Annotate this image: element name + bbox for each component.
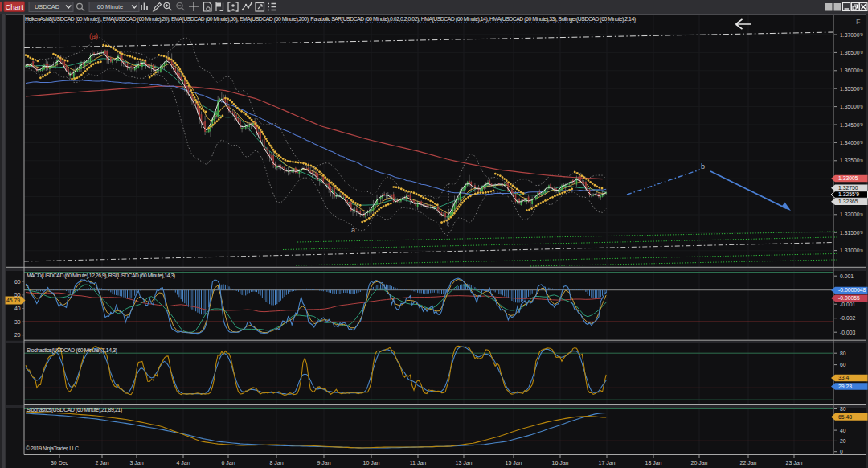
svg-text:1.32000’0: 1.32000’0 bbox=[840, 211, 863, 217]
svg-text:50: 50 bbox=[14, 292, 21, 298]
svg-text:1.31500’0: 1.31500’0 bbox=[840, 230, 863, 236]
svg-text:1.36500’0: 1.36500’0 bbox=[840, 50, 863, 55]
svg-text:11 Jan: 11 Jan bbox=[410, 460, 427, 466]
svg-text:-0.00055: -0.00055 bbox=[838, 295, 860, 301]
svg-text:8 Jan: 8 Jan bbox=[269, 460, 283, 466]
svg-text:-0.003: -0.003 bbox=[840, 330, 855, 335]
svg-text:HeikenAshi8(USDCAD (60 Minute): HeikenAshi8(USDCAD (60 Minute)), EMA(USD… bbox=[25, 16, 636, 23]
svg-text:80: 80 bbox=[840, 351, 846, 356]
svg-text:30: 30 bbox=[14, 319, 21, 325]
svg-text:20: 20 bbox=[14, 332, 21, 338]
svg-text:1.32365: 1.32365 bbox=[838, 199, 858, 204]
svg-text:20: 20 bbox=[840, 438, 846, 444]
svg-text:15 Jan: 15 Jan bbox=[505, 460, 522, 466]
svg-text:1.35500’0: 1.35500’0 bbox=[840, 86, 863, 92]
svg-text:© 2019 NinjaTrader, LLC: © 2019 NinjaTrader, LLC bbox=[26, 445, 79, 452]
svg-text:-0.001: -0.001 bbox=[840, 302, 855, 307]
svg-text:16 Jan: 16 Jan bbox=[551, 460, 568, 466]
svg-text:1.36000’0: 1.36000’0 bbox=[840, 68, 863, 73]
svg-text:F: F bbox=[856, 18, 861, 26]
svg-text:45.79: 45.79 bbox=[6, 298, 20, 303]
svg-text:60: 60 bbox=[840, 362, 846, 367]
svg-text:22 Jan: 22 Jan bbox=[739, 460, 756, 466]
svg-text:60: 60 bbox=[14, 279, 21, 285]
svg-text:20 Jan: 20 Jan bbox=[690, 460, 707, 466]
svg-text:6 Jan: 6 Jan bbox=[221, 460, 235, 466]
svg-text:40: 40 bbox=[840, 428, 846, 433]
svg-text:1.34000’0: 1.34000’0 bbox=[840, 140, 863, 146]
svg-text:2 Jan: 2 Jan bbox=[95, 460, 108, 466]
svg-text:1.3255’9: 1.3255’9 bbox=[838, 191, 859, 197]
svg-text:13 Jan: 13 Jan bbox=[455, 460, 472, 466]
svg-text:1.32750: 1.32750 bbox=[838, 185, 858, 191]
svg-text:40: 40 bbox=[14, 306, 21, 311]
svg-text:23 Jan: 23 Jan bbox=[785, 460, 802, 466]
svg-text:MACD(USDCAD (60 Minute),12,26,: MACD(USDCAD (60 Minute),12,26,9), RSI(US… bbox=[27, 273, 175, 279]
svg-text:9 Jan: 9 Jan bbox=[317, 460, 330, 466]
svg-text:29.23: 29.23 bbox=[838, 384, 852, 389]
svg-text:3 Jan: 3 Jan bbox=[129, 460, 143, 466]
svg-text:b: b bbox=[701, 162, 705, 170]
svg-text:1.31000’0: 1.31000’0 bbox=[840, 248, 863, 253]
svg-text:USDCAD: USDCAD bbox=[35, 3, 59, 10]
svg-text:33.4: 33.4 bbox=[838, 375, 849, 380]
svg-text:30 Dec: 30 Dec bbox=[51, 460, 69, 466]
svg-text:0.001: 0.001 bbox=[840, 273, 854, 279]
svg-text:1.33005: 1.33005 bbox=[838, 175, 858, 181]
svg-text:60 Minute: 60 Minute bbox=[97, 3, 123, 10]
svg-text:-0.002: -0.002 bbox=[840, 315, 855, 321]
svg-text:1.35000’0: 1.35000’0 bbox=[840, 104, 863, 109]
svg-text:1.34500’0: 1.34500’0 bbox=[840, 122, 863, 128]
svg-text:(a): (a) bbox=[89, 32, 98, 40]
svg-text:65.48: 65.48 bbox=[838, 414, 852, 420]
svg-text:4 Jan: 4 Jan bbox=[176, 460, 190, 466]
svg-text:Chart: Chart bbox=[6, 3, 24, 11]
svg-text:0: 0 bbox=[840, 449, 843, 454]
svg-text:80: 80 bbox=[840, 406, 846, 412]
svg-text:1.33500’0: 1.33500’0 bbox=[840, 158, 863, 163]
svg-text:18 Jan: 18 Jan bbox=[645, 460, 661, 466]
svg-text:17 Jan: 17 Jan bbox=[598, 460, 615, 466]
svg-text:Stochastics(USDCAD (60 Minute): Stochastics(USDCAD (60 Minute),7,14,3) bbox=[27, 347, 117, 354]
svg-text:-0.0000648: -0.0000648 bbox=[838, 287, 866, 293]
svg-text:1.37000’0: 1.37000’0 bbox=[840, 32, 863, 38]
svg-text:10 Jan: 10 Jan bbox=[362, 460, 379, 466]
svg-text:a: a bbox=[351, 226, 355, 234]
